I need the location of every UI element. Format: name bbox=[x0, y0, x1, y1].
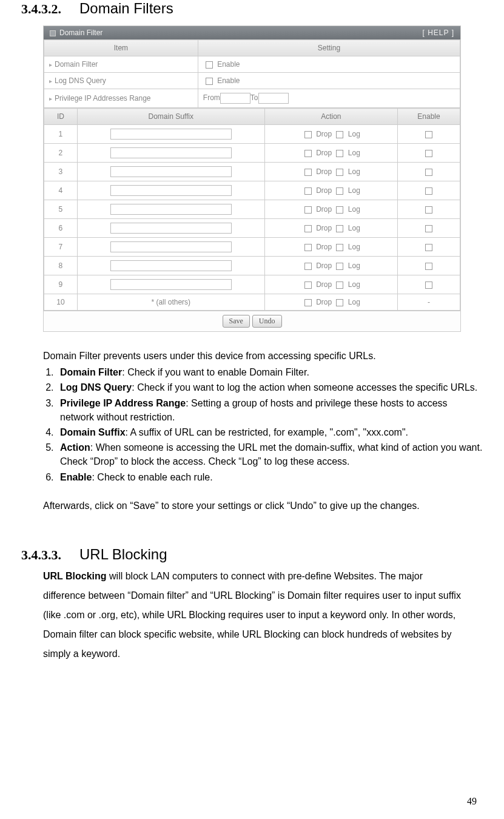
rule-id: 8 bbox=[44, 257, 78, 275]
log-checkbox[interactable] bbox=[336, 206, 343, 214]
domain-suffix-input[interactable] bbox=[110, 260, 232, 271]
log-checkbox[interactable] bbox=[336, 244, 343, 251]
drop-checkbox[interactable] bbox=[304, 263, 312, 270]
rule-enable-cell bbox=[398, 238, 460, 257]
rule-suffix-cell bbox=[77, 257, 264, 275]
section-heading-2: 3.4.3.3. URL Blocking bbox=[21, 546, 483, 563]
table-row: 7 Drop Log bbox=[44, 238, 460, 257]
domain-suffix-input[interactable] bbox=[110, 147, 232, 158]
section-number: 3.4.3.2. bbox=[21, 1, 61, 17]
undo-button[interactable]: Undo bbox=[252, 315, 282, 328]
table-row: 3 Drop Log bbox=[44, 163, 460, 181]
afterwards-paragraph: Afterwards, click on “Save” to store you… bbox=[43, 496, 461, 516]
section-heading-1: 3.4.3.2. Domain Filters bbox=[21, 0, 483, 17]
enable-rule-checkbox[interactable] bbox=[425, 131, 432, 138]
th-item: Item bbox=[44, 40, 198, 56]
domain-suffix-input[interactable] bbox=[110, 166, 232, 177]
rule-enable-cell bbox=[398, 275, 460, 294]
enable-rule-checkbox[interactable] bbox=[425, 187, 432, 195]
list-item: Log DNS Query: Check if you want to log … bbox=[56, 380, 483, 394]
rule-suffix-cell bbox=[77, 144, 264, 163]
th-setting: Setting bbox=[198, 40, 460, 56]
th-enable: Enable bbox=[398, 109, 460, 125]
table-row: 2 Drop Log bbox=[44, 144, 460, 163]
domain-suffix-input[interactable] bbox=[110, 241, 232, 252]
intro-paragraph: Domain Filter prevents users under this … bbox=[43, 349, 483, 363]
save-button[interactable]: Save bbox=[223, 315, 250, 328]
list-item: Domain Filter: Check if you want to enab… bbox=[56, 365, 483, 379]
rule-id: 4 bbox=[44, 181, 78, 200]
rules-table: ID Domain Suffix Action Enable 1 Drop Lo… bbox=[44, 108, 460, 311]
log-checkbox[interactable] bbox=[336, 299, 343, 306]
settings-table: Item Setting ▸Domain Filter Enable ▸Log … bbox=[44, 39, 460, 108]
enable-rule-checkbox[interactable] bbox=[425, 263, 432, 270]
enable-rule-checkbox[interactable] bbox=[425, 150, 432, 157]
rule-id: 6 bbox=[44, 219, 78, 238]
rule-id: 1 bbox=[44, 125, 78, 144]
drop-checkbox[interactable] bbox=[304, 187, 312, 195]
help-link[interactable]: [ HELP ] bbox=[423, 29, 454, 37]
table-row: 1 Drop Log bbox=[44, 125, 460, 144]
domain-suffix-input[interactable] bbox=[110, 129, 232, 140]
th-id: ID bbox=[44, 109, 78, 125]
enable-rule-checkbox[interactable] bbox=[425, 169, 432, 176]
drop-checkbox[interactable] bbox=[304, 244, 312, 251]
rule-suffix-cell bbox=[77, 181, 264, 200]
drop-checkbox[interactable] bbox=[304, 169, 312, 176]
setting-row-label: ▸Domain Filter bbox=[44, 56, 198, 73]
list-item: Action: When someone is accessing the UR… bbox=[56, 440, 483, 468]
rule-id: 3 bbox=[44, 163, 78, 181]
button-row: SaveUndo bbox=[44, 311, 460, 331]
drop-checkbox[interactable] bbox=[304, 131, 312, 138]
ip-from-input[interactable] bbox=[220, 93, 250, 104]
log-checkbox[interactable] bbox=[336, 187, 343, 195]
table-row: 4 Drop Log bbox=[44, 181, 460, 200]
rule-suffix-cell bbox=[77, 200, 264, 219]
table-row: 9 Drop Log bbox=[44, 275, 460, 294]
domain-suffix-input[interactable] bbox=[110, 279, 232, 290]
rule-action-cell: Drop Log bbox=[264, 163, 398, 181]
log-checkbox[interactable] bbox=[336, 150, 343, 157]
rule-enable-cell bbox=[398, 125, 460, 144]
log-checkbox[interactable] bbox=[336, 131, 343, 138]
rule-action-cell: Drop Log bbox=[264, 125, 398, 144]
figure-title: Domain Filter bbox=[59, 29, 102, 37]
drop-checkbox[interactable] bbox=[304, 150, 312, 157]
enable-rule-checkbox[interactable] bbox=[425, 281, 432, 289]
enable-rule-checkbox[interactable] bbox=[425, 244, 432, 251]
drop-checkbox[interactable] bbox=[304, 225, 312, 232]
rule-action-cell: Drop Log bbox=[264, 181, 398, 200]
domain-suffix-input[interactable] bbox=[110, 223, 232, 234]
list-item: Privilege IP Address Range: Setting a gr… bbox=[56, 396, 483, 424]
section-title: URL Blocking bbox=[79, 546, 167, 563]
arrow-icon: ▸ bbox=[49, 95, 52, 102]
window-icon bbox=[50, 30, 56, 36]
rule-action-cell: Drop Log bbox=[264, 257, 398, 275]
figure-titlebar: Domain Filter [ HELP ] bbox=[44, 26, 460, 39]
log-checkbox[interactable] bbox=[336, 169, 343, 176]
drop-checkbox[interactable] bbox=[304, 281, 312, 289]
domain-suffix-input[interactable] bbox=[110, 185, 232, 196]
rule-action-cell: Drop Log bbox=[264, 238, 398, 257]
drop-checkbox[interactable] bbox=[304, 206, 312, 214]
log-checkbox[interactable] bbox=[336, 263, 343, 270]
rule-enable-cell bbox=[398, 200, 460, 219]
rule-suffix-cell: * (all others) bbox=[77, 294, 264, 311]
page-number: 49 bbox=[467, 796, 477, 807]
rule-enable-cell: - bbox=[398, 294, 460, 311]
rule-id: 2 bbox=[44, 144, 78, 163]
domain-suffix-input[interactable] bbox=[110, 204, 232, 215]
enable-rule-checkbox[interactable] bbox=[425, 206, 432, 214]
list-item: Enable: Check to enable each rule. bbox=[56, 470, 483, 484]
log-dns-enable-checkbox[interactable] bbox=[206, 78, 213, 85]
list-item: Domain Suffix: A suffix of URL can be re… bbox=[56, 425, 483, 439]
log-checkbox[interactable] bbox=[336, 281, 343, 289]
enable-rule-checkbox[interactable] bbox=[425, 225, 432, 232]
rule-enable-cell bbox=[398, 257, 460, 275]
ip-to-input[interactable] bbox=[258, 93, 289, 104]
setting-row-label: ▸Privilege IP Addresses Range bbox=[44, 89, 198, 108]
drop-checkbox[interactable] bbox=[304, 299, 312, 306]
rule-action-cell: Drop Log bbox=[264, 219, 398, 238]
domain-filter-enable-checkbox[interactable] bbox=[206, 61, 213, 69]
log-checkbox[interactable] bbox=[336, 225, 343, 232]
